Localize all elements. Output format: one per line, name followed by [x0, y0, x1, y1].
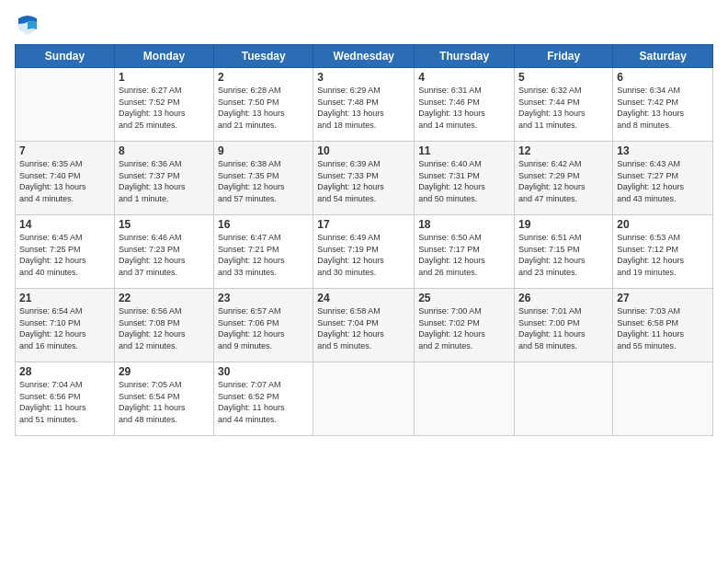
day-info: Sunrise: 6:40 AM Sunset: 7:31 PM Dayligh…	[418, 158, 510, 204]
calendar-cell: 2Sunrise: 6:28 AM Sunset: 7:50 PM Daylig…	[214, 68, 313, 142]
calendar-cell: 30Sunrise: 7:07 AM Sunset: 6:52 PM Dayli…	[214, 362, 313, 436]
day-number: 23	[218, 292, 309, 304]
day-number: 2	[218, 71, 309, 84]
day-number: 1	[119, 71, 210, 84]
day-number: 10	[317, 144, 410, 157]
day-number: 30	[218, 365, 309, 378]
calendar-cell	[415, 362, 515, 436]
calendar-cell: 27Sunrise: 7:03 AM Sunset: 6:58 PM Dayli…	[613, 289, 713, 362]
calendar-week-2: 7Sunrise: 6:35 AM Sunset: 7:40 PM Daylig…	[16, 142, 713, 215]
calendar-cell: 16Sunrise: 6:47 AM Sunset: 7:21 PM Dayli…	[214, 215, 313, 289]
day-info: Sunrise: 6:32 AM Sunset: 7:44 PM Dayligh…	[518, 85, 609, 131]
calendar-cell: 6Sunrise: 6:34 AM Sunset: 7:42 PM Daylig…	[613, 68, 713, 142]
day-info: Sunrise: 6:50 AM Sunset: 7:17 PM Dayligh…	[418, 232, 510, 278]
calendar-cell	[16, 68, 115, 142]
logo-icon	[15, 11, 40, 37]
day-header-monday: Monday	[114, 45, 213, 68]
day-info: Sunrise: 6:34 AM Sunset: 7:42 PM Dayligh…	[617, 85, 709, 131]
calendar-cell: 29Sunrise: 7:05 AM Sunset: 6:54 PM Dayli…	[114, 362, 213, 436]
day-info: Sunrise: 6:47 AM Sunset: 7:21 PM Dayligh…	[218, 232, 309, 278]
day-header-thursday: Thursday	[415, 45, 515, 68]
day-number: 19	[518, 218, 609, 231]
day-number: 16	[218, 218, 309, 231]
day-info: Sunrise: 6:46 AM Sunset: 7:23 PM Dayligh…	[119, 232, 210, 278]
calendar-week-5: 28Sunrise: 7:04 AM Sunset: 6:56 PM Dayli…	[16, 362, 713, 436]
day-number: 14	[19, 218, 110, 231]
calendar-cell: 9Sunrise: 6:38 AM Sunset: 7:35 PM Daylig…	[214, 142, 313, 215]
day-info: Sunrise: 6:53 AM Sunset: 7:12 PM Dayligh…	[617, 232, 709, 278]
calendar-header-row: SundayMondayTuesdayWednesdayThursdayFrid…	[16, 45, 713, 68]
day-number: 17	[317, 218, 410, 231]
day-header-saturday: Saturday	[613, 45, 713, 68]
calendar-cell: 12Sunrise: 6:42 AM Sunset: 7:29 PM Dayli…	[515, 142, 613, 215]
day-info: Sunrise: 6:36 AM Sunset: 7:37 PM Dayligh…	[119, 158, 210, 204]
calendar-cell: 10Sunrise: 6:39 AM Sunset: 7:33 PM Dayli…	[313, 142, 415, 215]
calendar-cell: 26Sunrise: 7:01 AM Sunset: 7:00 PM Dayli…	[515, 289, 613, 362]
day-number: 22	[119, 292, 210, 304]
day-number: 15	[119, 218, 210, 231]
calendar-cell: 15Sunrise: 6:46 AM Sunset: 7:23 PM Dayli…	[114, 215, 213, 289]
day-info: Sunrise: 6:51 AM Sunset: 7:15 PM Dayligh…	[518, 232, 609, 278]
calendar-cell: 21Sunrise: 6:54 AM Sunset: 7:10 PM Dayli…	[16, 289, 115, 362]
day-info: Sunrise: 6:29 AM Sunset: 7:48 PM Dayligh…	[317, 85, 410, 131]
day-number: 8	[119, 144, 210, 157]
day-number: 21	[19, 292, 110, 304]
day-info: Sunrise: 7:04 AM Sunset: 6:56 PM Dayligh…	[19, 379, 110, 425]
calendar-cell: 14Sunrise: 6:45 AM Sunset: 7:25 PM Dayli…	[16, 215, 115, 289]
day-info: Sunrise: 7:07 AM Sunset: 6:52 PM Dayligh…	[218, 379, 309, 425]
day-info: Sunrise: 6:54 AM Sunset: 7:10 PM Dayligh…	[19, 305, 110, 351]
calendar-cell: 24Sunrise: 6:58 AM Sunset: 7:04 PM Dayli…	[313, 289, 415, 362]
day-info: Sunrise: 6:56 AM Sunset: 7:08 PM Dayligh…	[119, 305, 210, 351]
day-number: 12	[518, 144, 609, 157]
day-info: Sunrise: 6:43 AM Sunset: 7:27 PM Dayligh…	[617, 158, 709, 204]
calendar-cell: 23Sunrise: 6:57 AM Sunset: 7:06 PM Dayli…	[214, 289, 313, 362]
calendar-cell: 5Sunrise: 6:32 AM Sunset: 7:44 PM Daylig…	[515, 68, 613, 142]
day-number: 18	[418, 218, 510, 231]
day-info: Sunrise: 6:31 AM Sunset: 7:46 PM Dayligh…	[418, 85, 510, 131]
calendar-cell: 13Sunrise: 6:43 AM Sunset: 7:27 PM Dayli…	[613, 142, 713, 215]
day-info: Sunrise: 7:01 AM Sunset: 7:00 PM Dayligh…	[518, 305, 609, 351]
calendar-table: SundayMondayTuesdayWednesdayThursdayFrid…	[15, 44, 713, 436]
calendar-cell: 11Sunrise: 6:40 AM Sunset: 7:31 PM Dayli…	[415, 142, 515, 215]
day-header-tuesday: Tuesday	[214, 45, 313, 68]
day-info: Sunrise: 6:49 AM Sunset: 7:19 PM Dayligh…	[317, 232, 410, 278]
day-number: 26	[518, 292, 609, 304]
day-number: 13	[617, 144, 709, 157]
calendar-cell: 19Sunrise: 6:51 AM Sunset: 7:15 PM Dayli…	[515, 215, 613, 289]
day-number: 11	[418, 144, 510, 157]
calendar-cell: 8Sunrise: 6:36 AM Sunset: 7:37 PM Daylig…	[114, 142, 213, 215]
day-info: Sunrise: 7:03 AM Sunset: 6:58 PM Dayligh…	[617, 305, 709, 351]
calendar-cell	[613, 362, 713, 436]
calendar-cell: 20Sunrise: 6:53 AM Sunset: 7:12 PM Dayli…	[613, 215, 713, 289]
calendar-week-4: 21Sunrise: 6:54 AM Sunset: 7:10 PM Dayli…	[16, 289, 713, 362]
day-number: 25	[418, 292, 510, 304]
day-header-sunday: Sunday	[16, 45, 115, 68]
header	[15, 11, 713, 37]
day-info: Sunrise: 6:58 AM Sunset: 7:04 PM Dayligh…	[317, 305, 410, 351]
calendar-cell: 1Sunrise: 6:27 AM Sunset: 7:52 PM Daylig…	[114, 68, 213, 142]
calendar-cell: 3Sunrise: 6:29 AM Sunset: 7:48 PM Daylig…	[313, 68, 415, 142]
day-info: Sunrise: 7:05 AM Sunset: 6:54 PM Dayligh…	[119, 379, 210, 425]
day-header-friday: Friday	[515, 45, 613, 68]
page: SundayMondayTuesdayWednesdayThursdayFrid…	[0, 0, 728, 563]
day-number: 20	[617, 218, 709, 231]
day-number: 9	[218, 144, 309, 157]
calendar-cell: 25Sunrise: 7:00 AM Sunset: 7:02 PM Dayli…	[415, 289, 515, 362]
calendar-week-1: 1Sunrise: 6:27 AM Sunset: 7:52 PM Daylig…	[16, 68, 713, 142]
calendar-cell: 4Sunrise: 6:31 AM Sunset: 7:46 PM Daylig…	[415, 68, 515, 142]
calendar-cell	[313, 362, 415, 436]
day-number: 28	[19, 365, 110, 378]
day-info: Sunrise: 6:45 AM Sunset: 7:25 PM Dayligh…	[19, 232, 110, 278]
day-info: Sunrise: 6:27 AM Sunset: 7:52 PM Dayligh…	[119, 85, 210, 131]
day-number: 5	[518, 71, 609, 84]
calendar-week-3: 14Sunrise: 6:45 AM Sunset: 7:25 PM Dayli…	[16, 215, 713, 289]
day-info: Sunrise: 7:00 AM Sunset: 7:02 PM Dayligh…	[418, 305, 510, 351]
day-number: 4	[418, 71, 510, 84]
calendar-cell	[515, 362, 613, 436]
day-number: 27	[617, 292, 709, 304]
calendar-cell: 7Sunrise: 6:35 AM Sunset: 7:40 PM Daylig…	[16, 142, 115, 215]
day-number: 24	[317, 292, 410, 304]
logo	[15, 11, 44, 37]
calendar-cell: 17Sunrise: 6:49 AM Sunset: 7:19 PM Dayli…	[313, 215, 415, 289]
calendar-cell: 28Sunrise: 7:04 AM Sunset: 6:56 PM Dayli…	[16, 362, 115, 436]
